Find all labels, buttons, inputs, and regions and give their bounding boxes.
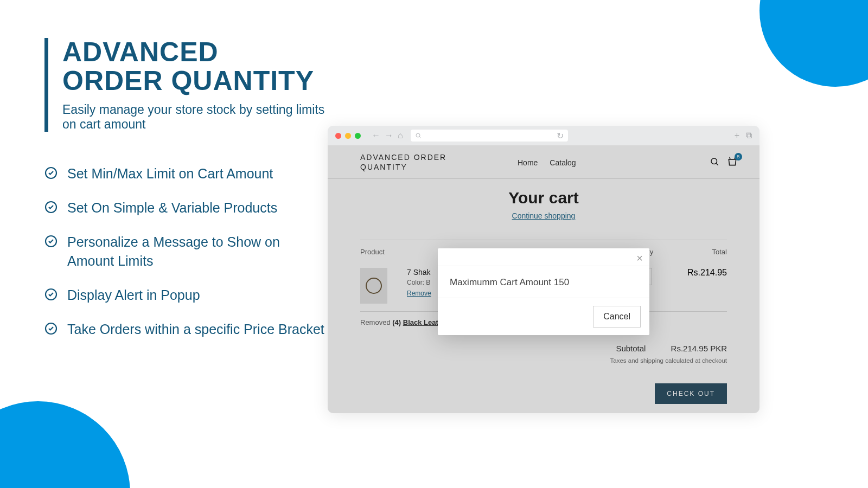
store-page: ADVANCED ORDER QUANTITY Home Catalog 5 Y… [328,145,760,413]
decorative-blob-bottom [0,401,130,488]
alert-modal: × Maximumm Cart Amount 150 Cancel [438,248,649,335]
cancel-button[interactable]: Cancel [593,306,641,328]
browser-toolbar: ← → ⌂ ↻ + ⧉ [328,126,760,145]
modal-message: Maximumm Cart Amount 150 [438,266,649,298]
page-subtitle: Easily manage your store stock by settin… [62,102,327,132]
browser-nav: ← → ⌂ [372,131,403,140]
feature-item: Display Alert in Popup [67,286,200,305]
reload-icon[interactable]: ↻ [557,131,564,141]
check-icon [44,235,58,248]
svg-point-5 [416,133,420,137]
feature-list: Set Min/Max Limit on Cart Amount Set On … [44,164,327,339]
maximize-window-icon[interactable] [355,133,361,139]
check-icon [44,166,58,179]
window-controls [335,133,361,139]
feature-item: Set On Simple & Variable Products [67,198,277,217]
forward-icon[interactable]: → [385,131,393,140]
feature-item: Take Orders within a specific Price Brac… [67,320,324,339]
home-icon[interactable]: ⌂ [398,131,403,140]
close-window-icon[interactable] [335,133,341,139]
new-tab-icon[interactable]: + [735,131,739,140]
check-icon [44,201,58,214]
decorative-blob-top [760,0,868,87]
browser-mockup: ← → ⌂ ↻ + ⧉ ADVANCED ORDER QUANTITY Home… [328,126,760,413]
check-icon [44,322,58,335]
marketing-panel: ADVANCED ORDER QUANTITY Easily manage yo… [44,38,327,354]
feature-item: Set Min/Max Limit on Cart Amount [67,164,273,183]
close-icon[interactable]: × [636,253,643,264]
page-title: ADVANCED ORDER QUANTITY [62,38,327,95]
feature-item: Personalize a Message to Show on Amount … [67,233,327,271]
check-icon [44,288,58,301]
copy-icon[interactable]: ⧉ [746,131,752,140]
title-block: ADVANCED ORDER QUANTITY Easily manage yo… [44,38,327,132]
back-icon[interactable]: ← [372,131,380,140]
url-bar[interactable]: ↻ [411,130,568,142]
minimize-window-icon[interactable] [345,133,351,139]
